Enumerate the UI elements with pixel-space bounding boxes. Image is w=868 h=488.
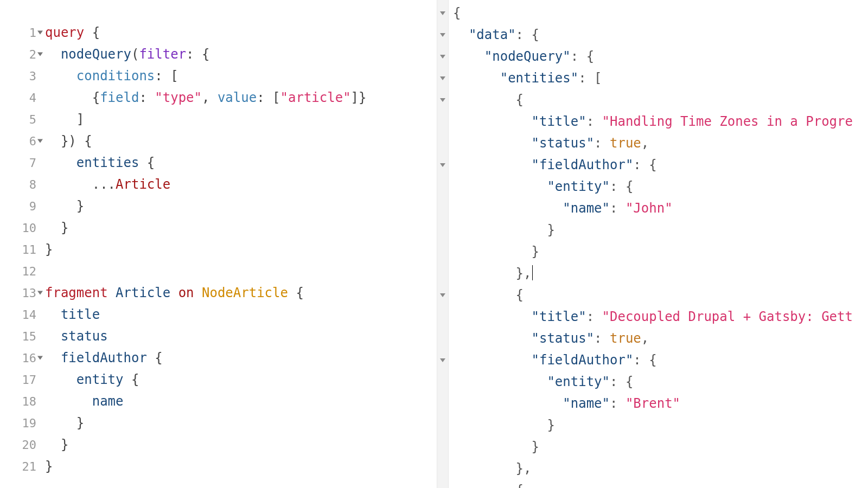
punct: : <box>257 90 272 105</box>
json-key-data: "data" <box>453 27 516 42</box>
line-number: 11 <box>22 243 37 256</box>
json-key-entity: "entity" <box>453 374 610 389</box>
line-number: 21 <box>22 460 37 473</box>
punct: : { <box>516 27 539 42</box>
fold-toggle-icon[interactable] <box>440 98 445 102</box>
fold-toggle-icon[interactable] <box>440 293 445 297</box>
json-string: "Decoupled Drupal + Gatsby: Gett <box>602 309 853 324</box>
punct: : [ <box>155 68 178 84</box>
fold-toggle-icon[interactable] <box>440 11 445 15</box>
brace: { <box>453 92 524 107</box>
punct: : <box>594 331 610 346</box>
field-status: status <box>45 329 108 344</box>
json-key-title: "title" <box>453 309 586 324</box>
line-number: 4 <box>29 91 36 105</box>
string-literal: "type" <box>155 90 202 105</box>
fold-toggle-icon[interactable] <box>440 33 445 37</box>
line-number: 17 <box>22 373 37 387</box>
fold-marker-icon[interactable] <box>37 31 43 35</box>
punct: : <box>586 114 602 129</box>
field-entity: entity <box>45 372 124 387</box>
line-number: 13 <box>22 286 37 300</box>
punct: , <box>202 90 218 105</box>
field-entities: entities <box>45 155 139 170</box>
brace: } <box>453 418 555 433</box>
line-number: 12 <box>22 265 37 278</box>
brace: { <box>147 350 163 365</box>
fold-marker-icon[interactable] <box>37 53 43 56</box>
json-bool: true <box>610 136 641 151</box>
punct: : <box>610 201 626 216</box>
brace: } <box>45 437 68 452</box>
string-literal: "article" <box>280 90 351 105</box>
json-key-status: "status" <box>453 136 594 151</box>
result-fold-gutter <box>437 0 449 488</box>
punct: : [ <box>578 70 602 86</box>
line-number: 9 <box>29 200 36 213</box>
line-number-gutter: 1 2 3 4 5 6 7 8 9 10 11 12 13 14 15 16 1… <box>0 0 41 488</box>
punct: : <box>139 90 155 105</box>
json-key-fieldauthor: "fieldAuthor" <box>453 352 633 368</box>
brace: } <box>45 198 84 214</box>
field-name: name <box>45 394 124 409</box>
fragment-name: Article <box>116 285 170 300</box>
result-pane[interactable]: { "data": { "nodeQuery": { "entities": [… <box>449 0 868 488</box>
brace: } <box>453 439 539 454</box>
arg-field: field <box>100 90 139 105</box>
line-number: 1 <box>29 26 36 40</box>
punct: : { <box>610 374 633 389</box>
field-nodeQuery: nodeQuery <box>45 47 131 62</box>
line-number: 20 <box>22 438 37 452</box>
json-string: "Handling Time Zones in a Progre <box>602 114 853 129</box>
query-editor[interactable]: query { nodeQuery(filter: { conditions: … <box>41 0 437 488</box>
json-string: "John" <box>626 201 673 216</box>
fragment-ref-article: Article <box>116 177 170 192</box>
keyword-fragment: fragment <box>45 285 108 300</box>
paren: ( <box>131 47 139 62</box>
brace: } <box>45 242 53 257</box>
punct: : { <box>633 352 656 368</box>
json-key-entity: "entity" <box>453 179 610 194</box>
brace: } <box>45 415 84 431</box>
keyword-query: query <box>45 25 84 40</box>
line-number: 6 <box>29 134 36 148</box>
brace: { <box>45 90 100 105</box>
punct: : { <box>186 47 209 62</box>
json-string: "Brent" <box>626 396 680 411</box>
line-number: 2 <box>29 48 36 61</box>
line-number: 16 <box>22 351 37 365</box>
keyword-on: on <box>178 285 194 300</box>
brace: { <box>139 155 155 170</box>
graphiql-app: 1 2 3 4 5 6 7 8 9 10 11 12 13 14 15 16 1… <box>0 0 868 488</box>
brace: } <box>45 220 68 235</box>
fold-toggle-icon[interactable] <box>440 163 445 167</box>
json-key-entities: "entities" <box>453 70 578 86</box>
query-editor-pane: 1 2 3 4 5 6 7 8 9 10 11 12 13 14 15 16 1… <box>0 0 437 488</box>
punct: : <box>586 309 602 324</box>
fold-marker-icon[interactable] <box>37 356 43 360</box>
arg-filter: filter <box>139 47 186 62</box>
json-key-nodequery: "nodeQuery" <box>453 49 571 64</box>
line-number: 14 <box>22 308 37 322</box>
fold-toggle-icon[interactable] <box>440 76 445 80</box>
fold-toggle-icon[interactable] <box>440 55 445 59</box>
json-key-title: "title" <box>453 114 586 129</box>
brace: { <box>288 285 304 300</box>
json-key-name: "name" <box>453 201 610 216</box>
line-number: 3 <box>29 69 36 83</box>
spread-operator: ... <box>45 177 116 192</box>
brace: { <box>84 25 100 40</box>
fold-toggle-icon[interactable] <box>440 358 445 362</box>
fold-marker-icon[interactable] <box>37 291 43 295</box>
bracket: ] <box>45 112 84 127</box>
fold-marker-icon[interactable] <box>37 139 43 143</box>
punct: : <box>594 136 610 151</box>
line-number: 18 <box>22 395 37 408</box>
line-number: 8 <box>29 178 36 191</box>
field-title: title <box>45 307 100 322</box>
arg-conditions: conditions <box>45 68 155 84</box>
json-key-status: "status" <box>453 331 594 346</box>
punct: ]} <box>351 90 367 105</box>
text-cursor <box>532 265 533 280</box>
arg-value: value <box>218 90 257 105</box>
